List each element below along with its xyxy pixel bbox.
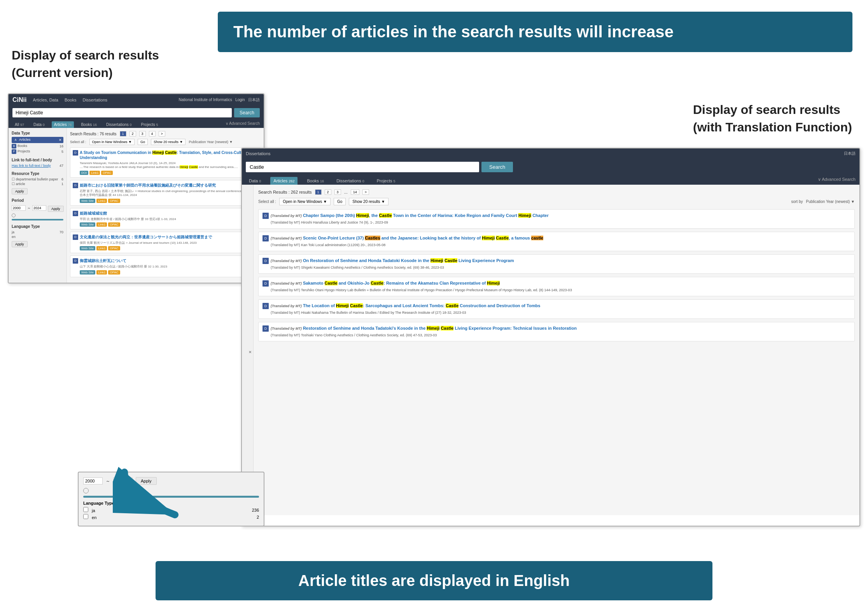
tab-articles-right[interactable]: Articles 262 (270, 177, 298, 185)
article-title-1-right[interactable]: (Translated by MT) Chapter Sampo (the 20… (271, 213, 549, 219)
article-title-5-left[interactable]: 御霊城跡出土軒瓦について (80, 258, 167, 264)
tag-weblink-2[interactable]: Web Site (80, 199, 95, 203)
left-label-line2: (Current version) (12, 66, 113, 80)
tag-link1-2[interactable]: Link1 (96, 199, 107, 203)
sort-label-right[interactable]: Publication Year (newest) ▼ (806, 199, 855, 204)
lang-en-checkbox[interactable] (83, 514, 88, 519)
page-next-left[interactable]: > (159, 131, 165, 136)
page-14-right[interactable]: 14 (351, 189, 359, 195)
close-articles-icon[interactable]: ✕ (59, 138, 62, 142)
tag-opac-2[interactable]: OPAC (108, 199, 120, 203)
article-meta-3-left: 平田 比 進郵郵市中年省 / 姫路小心城郵市中 册 33 世応1状 1-33, … (80, 217, 176, 221)
article-title-2-right[interactable]: (Translated by MT) Scenic One-Point Lect… (271, 235, 543, 241)
show-results-btn-right[interactable]: Show 20 results ▼ (349, 198, 388, 205)
lang-apply-btn[interactable]: Apply (12, 241, 28, 247)
page-3-left[interactable]: 3 (139, 131, 146, 136)
nav-books-left[interactable]: Books (65, 98, 77, 102)
article-title-6-right[interactable]: (Translated by MT) Restoration of Senhim… (271, 325, 577, 331)
article-title-2-left[interactable]: 姫路市における旧陸軍第十師団の平用水涵養設施経及びその変遷に関する研究 (80, 183, 258, 188)
article-meta-1-right: (Translated by MT) Hiroshi Hanafusa Libe… (271, 220, 549, 225)
tab-dissertations-tab-right[interactable]: Dissertations 0 (333, 177, 368, 185)
article-title-4-left[interactable]: 文化遺産の保法と観光の両立：世界遺産コンサートから姫路城管理運営まで (80, 234, 212, 240)
tab-projects-right[interactable]: Projects 5 (374, 177, 399, 185)
open-windows-btn-right[interactable]: Open in New Windows ▼ (279, 198, 331, 205)
page-4-left[interactable]: 4 (149, 131, 156, 136)
article-filter[interactable]: ☐ article 1 (12, 182, 63, 186)
tab-data-left[interactable]: Data 0 (31, 121, 47, 128)
tab-projects-left[interactable]: Projects 5 (139, 121, 161, 128)
right-label: Display of search results (with Translat… (693, 101, 856, 136)
resource-section: Resource Type ☐ departmental bulletin pa… (12, 171, 63, 194)
tab-data-right[interactable]: Data 0 (246, 177, 264, 185)
lang-ja-count: 236 (252, 508, 259, 512)
article-row-3-right: D (Translated by MT) On Restoration of S… (262, 258, 850, 270)
article-title-3-left[interactable]: 姫路城域城址館 (80, 211, 176, 216)
tag-opac-4[interactable]: OPAC (108, 246, 120, 250)
tab-dissertations-left[interactable]: Dissertations 0 (104, 121, 134, 128)
tag-doi-1[interactable]: DOI (80, 171, 88, 175)
period-tilde: ～ (106, 478, 110, 484)
tag-link1-3[interactable]: Link1 (96, 222, 107, 227)
tab-articles-left[interactable]: Articles 76 (52, 121, 74, 128)
search-input-left[interactable] (12, 108, 232, 117)
lang-en-filter[interactable]: en (12, 235, 63, 239)
tab-books-left[interactable]: Books 16 (79, 121, 99, 128)
search-button-left[interactable]: Search (234, 108, 260, 117)
tag-link1-4[interactable]: Link1 (96, 246, 107, 250)
tag-link1-5[interactable]: Link1 (96, 270, 107, 275)
search-bar-right: Search (242, 159, 859, 175)
lang-ja-filter[interactable]: ja 70 (12, 230, 63, 234)
books-filter[interactable]: BBooks 16 (12, 144, 63, 149)
tag-opac-5[interactable]: OPAC (108, 270, 120, 275)
article-title-1-left[interactable]: A Study on Tourism Communication in Hime… (80, 150, 258, 160)
period-apply-btn[interactable]: Apply (48, 206, 64, 212)
page-next-right[interactable]: > (362, 189, 369, 195)
tag-weblink-4[interactable]: Web Site (80, 246, 95, 250)
data-type-section: Data Type AArticles ✕ BBooks 16 PProject… (12, 131, 63, 154)
overlay-period-from[interactable] (83, 477, 103, 484)
go-btn-right[interactable]: Go (334, 198, 346, 205)
tag-link1-1[interactable]: Link1 (89, 171, 100, 175)
page-3-right[interactable]: 3 (334, 189, 341, 195)
tag-opac-1[interactable]: OPAC (101, 171, 113, 175)
show-results-btn-left[interactable]: Show 20 results ▼ (151, 139, 186, 145)
doc-icon-1: D (73, 150, 78, 156)
departmental-filter[interactable]: ☐ departmental bulletin paper 6 (12, 177, 63, 181)
open-windows-btn-left[interactable]: Open in New Windows ▼ (89, 139, 135, 145)
article-title-3-right[interactable]: (Translated by MT) On Restoration of Sen… (271, 258, 514, 264)
nav-dissertations-left[interactable]: Dissertations (82, 98, 107, 102)
search-input-right[interactable] (246, 162, 479, 172)
tab-books-right[interactable]: Books 16 (304, 177, 327, 185)
doc-icon-r1: D (262, 213, 269, 219)
go-btn-left[interactable]: Go (138, 139, 148, 145)
advanced-search-right[interactable]: ∨ Advanced Search (818, 177, 856, 185)
page-1-left[interactable]: 1 (120, 131, 126, 136)
article-title-4-right[interactable]: (Translated by MT) Sakamoto Castle and O… (271, 280, 572, 286)
doc-icon-r3: D (262, 258, 269, 264)
period-to-input[interactable] (32, 205, 46, 211)
link-filter[interactable]: Has link to full-text / body 47 (12, 164, 63, 168)
left-panel: CiNii Articles, Data Books Dissertations… (8, 93, 264, 283)
content-left: Data Type AArticles ✕ BBooks 16 PProject… (9, 128, 264, 283)
article-item-1-right: D (Translated by MT) Chapter Sampo (the … (258, 209, 855, 229)
page-1-right[interactable]: 1 (315, 189, 322, 195)
projects-filter[interactable]: PProjects 5 (12, 149, 63, 154)
advanced-search-left[interactable]: ∨ Advanced Search (226, 121, 260, 128)
period-from-input[interactable] (12, 205, 26, 211)
close-sidebar-icon[interactable]: ✕ (248, 350, 252, 354)
tab-all[interactable]: All 97 (12, 121, 26, 128)
tag-weblink-3[interactable]: Web Site (80, 222, 95, 227)
lang-ja-checkbox[interactable] (83, 507, 88, 512)
tag-weblink-5[interactable]: Web Site (80, 270, 95, 275)
article-row-5-right: D (Translated by MT) The Location of Him… (262, 303, 850, 315)
nav-dissertations-right[interactable]: Dissertations (246, 151, 271, 156)
page-2-right[interactable]: 2 (325, 189, 331, 195)
articles-filter-active[interactable]: AArticles ✕ (12, 137, 63, 143)
resource-apply-btn[interactable]: Apply (12, 188, 28, 194)
tag-opac-3[interactable]: OPAC (108, 222, 120, 227)
period-slider[interactable] (12, 219, 63, 220)
page-2-left[interactable]: 2 (130, 131, 136, 136)
search-button-right[interactable]: Search (481, 162, 513, 172)
nav-articles-data[interactable]: Articles, Data (33, 98, 58, 102)
article-title-5-right[interactable]: (Translated by MT) The Location of Himej… (271, 303, 540, 309)
